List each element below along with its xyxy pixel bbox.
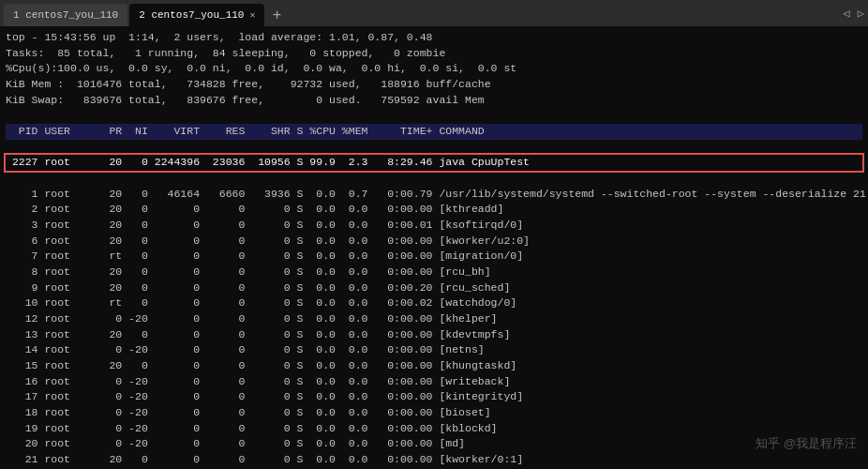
highlighted-process-row: 2227 root 20 0 2244396 23036 10956 S 99.… [6, 155, 862, 171]
terminal-content: top - 15:43:56 up 1:14, 2 users, load av… [0, 26, 868, 469]
tab-1-label: 1 centos7_you_110 [13, 9, 118, 21]
tab-2-close[interactable]: ✕ [249, 9, 255, 21]
watermark: 知乎 @我是程序汪 [756, 435, 857, 452]
process-row-6: 9 root 20 0 0 0 0 S 0.0 0.0 0:00.20 [rcu… [6, 281, 510, 294]
titlebar: 1 centos7_you_110 2 centos7_you_110 ✕ + … [0, 0, 868, 26]
process-row-15: 19 root 0 -20 0 0 0 S 0.0 0.0 0:00.00 [k… [6, 422, 498, 434]
add-tab-icon: + [273, 8, 282, 24]
top-line-5: KiB Swap: 839676 total, 839676 free, 0 u… [6, 94, 485, 106]
tab-add-button[interactable]: + [266, 6, 287, 26]
process-row-10: 14 root 0 -20 0 0 0 S 0.0 0.0 0:00.00 [n… [6, 343, 485, 356]
process-row-0: 1 root 20 0 46164 6660 3936 S 0.0 0.7 0:… [6, 188, 866, 200]
top-line-2: Tasks: 85 total, 1 running, 84 sleeping,… [6, 47, 445, 59]
tab-2-label: 2 centos7_you_110 [139, 9, 244, 21]
process-row-8: 12 root 0 -20 0 0 0 S 0.0 0.0 0:00.00 [k… [6, 312, 498, 325]
top-line-1: top - 15:43:56 up 1:14, 2 users, load av… [6, 31, 432, 43]
titlebar-nav: ◁ ▷ [844, 7, 864, 21]
process-table-header: PID USER PR NI VIRT RES SHR S %CPU %MEM … [6, 124, 862, 140]
process-row-17: 21 root 20 0 0 0 0 S 0.0 0.0 0:00.00 [kw… [6, 453, 523, 465]
tab-1[interactable]: 1 centos7_you_110 [4, 4, 127, 26]
process-row-7: 10 root rt 0 0 0 0 S 0.0 0.0 0:00.02 [wa… [6, 296, 516, 309]
tabs-area: 1 centos7_you_110 2 centos7_you_110 ✕ + [4, 0, 287, 26]
process-row-12: 16 root 0 -20 0 0 0 S 0.0 0.0 0:00.00 [w… [6, 375, 510, 387]
top-line-4: KiB Mem : 1016476 total, 734828 free, 92… [6, 78, 491, 90]
process-row-13: 17 root 0 -20 0 0 0 S 0.0 0.0 0:00.00 [k… [6, 390, 523, 402]
top-line-3: %Cpu(s):100.0 us, 0.0 sy, 0.0 ni, 0.0 id… [6, 62, 516, 74]
tab-2[interactable]: 2 centos7_you_110 ✕ [129, 4, 264, 26]
process-row-4: 7 root rt 0 0 0 0 S 0.0 0.0 0:00.00 [mig… [6, 250, 523, 262]
nav-left-icon[interactable]: ◁ [844, 7, 850, 21]
process-row-5: 8 root 20 0 0 0 0 S 0.0 0.0 0:00.00 [rcu… [6, 265, 491, 278]
process-row-16: 20 root 0 -20 0 0 0 S 0.0 0.0 0:00.00 [m… [6, 437, 465, 449]
process-row-2: 3 root 20 0 0 0 0 S 0.0 0.0 0:00.01 [kso… [6, 219, 523, 231]
process-row-11: 15 root 20 0 0 0 0 S 0.0 0.0 0:00.00 [kh… [6, 359, 516, 371]
process-row-3: 6 root 20 0 0 0 0 S 0.0 0.0 0:00.00 [kwo… [6, 234, 530, 247]
process-row-9: 13 root 20 0 0 0 0 S 0.0 0.0 0:00.00 [kd… [6, 328, 510, 340]
process-row-14: 18 root 0 -20 0 0 0 S 0.0 0.0 0:00.00 [b… [6, 406, 491, 418]
process-row-1: 2 root 20 0 0 0 0 S 0.0 0.0 0:00.00 [kth… [6, 203, 503, 215]
window: 1 centos7_you_110 2 centos7_you_110 ✕ + … [0, 0, 868, 469]
nav-right-icon[interactable]: ▷ [858, 7, 864, 21]
